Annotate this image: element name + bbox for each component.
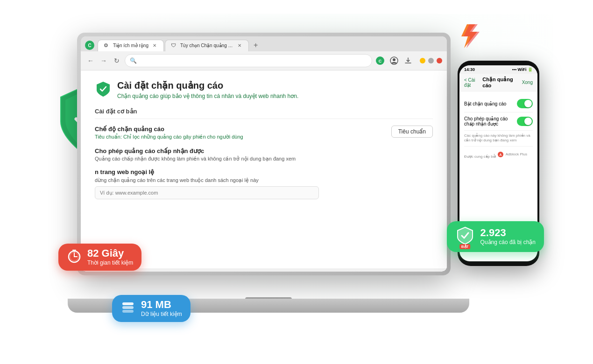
data-badge: 91 MB Dữ liệu tiết kiệm — [112, 295, 191, 322]
blocked-badge: BẬT 2.923 Quảng cáo đã bị chặn — [447, 221, 544, 252]
page-header: Cài đặt chặn quảng cáo Chặn quảng cáo gi… — [95, 80, 433, 99]
url-input[interactable] — [95, 186, 319, 199]
time-number: 82 Giây — [87, 248, 133, 259]
data-number: 91 MB — [141, 300, 182, 310]
allow-setting-row: Cho phép quảng cáo chấp nhận được Quảng … — [95, 147, 433, 162]
window-controls — [420, 58, 442, 63]
extensions-tab-icon: ⚙ — [104, 42, 110, 49]
svg-text:C: C — [88, 43, 91, 48]
browser-chrome: C ⚙ Tiện ích mở rộng ✕ 🛡 — [81, 36, 447, 70]
page-title: Cài đặt chặn quảng cáo — [117, 80, 298, 91]
data-icon — [120, 300, 135, 317]
shield-icon — [95, 81, 112, 98]
tab-adblock[interactable]: 🛡 Tùy chọn Chặn quảng cáo ✕ — [165, 40, 249, 51]
laptop: C ⚙ Tiện ích mở rộng ✕ 🛡 — [77, 33, 460, 313]
tab-extensions[interactable]: ⚙ Tiện ích mở rộng ✕ — [98, 40, 164, 51]
page-subtitle: Chặn quảng cáo giúp bảo vệ thông tin cá … — [117, 93, 298, 99]
phone-toggle1[interactable] — [517, 99, 533, 108]
bat-label: BẬT — [459, 244, 471, 249]
adblock-tab-icon: 🛡 — [171, 42, 177, 49]
tab2-label: Tùy chọn Chặn quảng cáo — [180, 43, 233, 48]
exception-section: n trang web ngoại lệ dừng chặn quảng cáo… — [95, 168, 433, 199]
phone-setting1: Bật chặn quảng cáo — [464, 95, 533, 112]
svg-point-5 — [393, 58, 395, 61]
phone-done-button[interactable]: Xong — [522, 80, 533, 85]
lightning-decoration — [458, 23, 481, 53]
tab1-close[interactable]: ✕ — [151, 42, 158, 49]
provider-badge: A Adblock Plus — [497, 151, 527, 158]
svg-rect-12 — [122, 310, 134, 313]
phone-provider: Được cung cấp bởi A Adblock Plus — [464, 148, 533, 159]
toolbar-actions: C — [375, 56, 413, 66]
phone-setting2-label: Cho phép quảng cáo chấp nhận được — [464, 116, 511, 126]
phone-signals: ▪▪▪ WiFi 🔋 — [512, 67, 533, 72]
section-basic-title: Cài đặt cơ bản — [95, 108, 433, 119]
back-button[interactable]: ← — [85, 56, 96, 66]
browser-toolbar: ← → ↻ 🔍 C — [81, 51, 447, 70]
close-button[interactable] — [437, 58, 442, 63]
phone-back-button[interactable]: < Cài đặt — [464, 77, 482, 88]
blocked-shield-icon: BẬT — [455, 226, 475, 247]
tab2-close[interactable]: ✕ — [236, 42, 243, 49]
phone-settings: Bật chặn quảng cáo Cho phép quảng cáo ch… — [459, 91, 537, 162]
blocked-number: 2.923 — [480, 228, 536, 238]
svg-rect-11 — [122, 306, 134, 309]
coccoc-icon[interactable]: C — [375, 56, 385, 66]
minimize-button[interactable] — [420, 58, 425, 63]
phone-nav-bar: < Cài đặt Chặn quảng cáo Xong — [459, 74, 537, 91]
mode-button[interactable]: Tiêu chuẩn — [391, 126, 433, 138]
new-tab-button[interactable]: + — [250, 39, 261, 51]
exception-desc: dừng chặn quảng cáo trên các trang web t… — [95, 177, 433, 183]
phone-desc: Các quảng cáo này không làm phiền và cần… — [464, 131, 533, 147]
forward-button[interactable]: → — [99, 56, 109, 66]
phone-status-bar: 14:30 ▪▪▪ WiFi 🔋 — [459, 65, 537, 74]
time-label: Thời gian tiết kiệm — [87, 259, 133, 266]
phone-toggle2[interactable] — [517, 117, 533, 126]
tab1-label: Tiện ích mở rộng — [113, 43, 148, 48]
allow-label: Cho phép quảng cáo chấp nhận được — [95, 147, 433, 154]
search-icon: 🔍 — [130, 57, 137, 64]
blocked-label: Quảng cáo đã bị chặn — [480, 239, 536, 245]
mode-setting-row: Chế độ chặn quảng cáo Tiêu chuẩn: Chỉ lọ… — [95, 126, 433, 140]
phone-setting2: Cho phép quảng cáo chấp nhận được — [464, 112, 533, 131]
download-icon[interactable] — [403, 56, 413, 66]
phone-time: 14:30 — [464, 67, 475, 72]
mode-desc: Tiêu chuẩn: Chỉ lọc những quảng cáo gây … — [95, 134, 243, 140]
maximize-button[interactable] — [428, 58, 434, 63]
profile-icon[interactable] — [389, 56, 399, 66]
coccoc-logo: C — [85, 40, 95, 50]
reload-button[interactable]: ↻ — [112, 56, 122, 66]
phone-setting1-label: Bật chặn quảng cáo — [464, 101, 506, 106]
timer-icon — [67, 248, 82, 266]
time-badge: 82 Giây Thời gian tiết kiệm — [58, 244, 141, 271]
phone-title: Chặn quảng cáo — [482, 77, 522, 88]
data-label: Dữ liệu tiết kiệm — [141, 311, 182, 317]
mode-label: Chế độ chặn quảng cáo — [95, 126, 243, 133]
page-content: Cài đặt chặn quảng cáo Chặn quảng cáo gi… — [81, 70, 447, 268]
browser-tabs: C ⚙ Tiện ích mở rộng ✕ 🛡 — [81, 36, 447, 51]
address-bar[interactable]: 🔍 — [125, 54, 372, 67]
allow-desc: Quảng cáo chấp nhận được không làm phiền… — [95, 156, 319, 162]
svg-text:A: A — [499, 153, 501, 156]
svg-text:C: C — [379, 59, 382, 63]
svg-rect-10 — [122, 302, 134, 305]
exception-label: n trang web ngoại lệ — [95, 168, 433, 175]
